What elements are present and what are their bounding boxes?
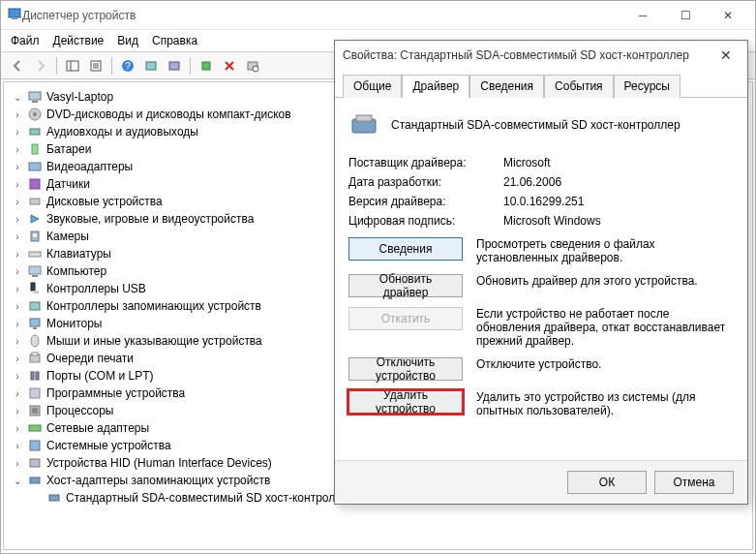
- svg-rect-19: [30, 129, 40, 135]
- properties-button[interactable]: [85, 55, 106, 77]
- enable-button[interactable]: [196, 55, 217, 77]
- uninstall-device-button[interactable]: Удалить устройство: [348, 390, 463, 414]
- device-icon: [348, 109, 379, 140]
- driver-details-desc: Просмотреть сведения о файлах установлен…: [476, 237, 734, 264]
- expand-icon[interactable]: ›: [12, 336, 23, 347]
- tree-node-label: Контроллеры USB: [46, 282, 146, 295]
- expand-icon[interactable]: ›: [12, 319, 23, 329]
- svg-rect-0: [9, 9, 20, 17]
- refresh-button[interactable]: [242, 55, 263, 77]
- svg-rect-42: [29, 425, 41, 431]
- update-driver-desc: Обновить драйвер для этого устройства.: [476, 274, 734, 288]
- device-category-icon: [27, 263, 43, 279]
- svg-rect-21: [29, 163, 41, 170]
- tree-node-label: Очереди печати: [46, 352, 134, 365]
- disable-device-button[interactable]: Отключить устройство: [348, 357, 463, 381]
- show-hide-tree-button[interactable]: [62, 55, 83, 77]
- expand-icon[interactable]: ›: [12, 406, 23, 416]
- expand-icon[interactable]: ›: [12, 441, 23, 451]
- driver-details-button[interactable]: Сведения: [348, 237, 463, 261]
- expand-icon[interactable]: ›: [12, 231, 23, 242]
- expand-icon[interactable]: ›: [12, 127, 23, 138]
- dialog-close-button[interactable]: ✕: [712, 47, 740, 63]
- expand-icon[interactable]: ›: [12, 144, 23, 155]
- svg-rect-45: [30, 477, 40, 483]
- svg-rect-43: [30, 441, 40, 450]
- svg-rect-37: [31, 372, 34, 380]
- window-controls: ─ ☐ ✕: [621, 2, 749, 29]
- tab-details[interactable]: Сведения: [469, 75, 544, 98]
- device-category-icon: [27, 194, 43, 209]
- collapse-icon[interactable]: ⌄: [12, 92, 23, 103]
- menu-help[interactable]: Справка: [152, 34, 197, 47]
- expand-icon[interactable]: ›: [12, 458, 23, 469]
- update-driver-button[interactable]: Обновить драйвер: [348, 274, 463, 297]
- menu-file[interactable]: Файл: [11, 34, 40, 47]
- svg-rect-33: [33, 327, 37, 329]
- scan-button[interactable]: [140, 55, 162, 77]
- tree-node-label: Компьютер: [46, 264, 106, 278]
- tree-subitem-label: Стандартный SDA-совместимый SD хост-конт…: [66, 491, 355, 505]
- device-category-icon: [27, 176, 43, 192]
- tree-node-label: Процессоры: [46, 404, 114, 417]
- forward-button[interactable]: [30, 55, 51, 77]
- tree-node-label: Видеоадаптеры: [46, 160, 133, 173]
- expand-icon[interactable]: ›: [12, 162, 23, 172]
- expand-icon[interactable]: ›: [12, 388, 23, 399]
- tree-node-label: Клавиатуры: [46, 247, 111, 261]
- device-category-icon: [27, 211, 43, 227]
- expand-icon[interactable]: ›: [12, 266, 23, 277]
- tab-driver[interactable]: Драйвер: [402, 75, 469, 98]
- svg-text:?: ?: [125, 61, 131, 72]
- expand-icon[interactable]: ›: [12, 301, 23, 312]
- svg-rect-15: [29, 92, 41, 100]
- expand-icon[interactable]: ›: [12, 214, 23, 225]
- expand-icon[interactable]: ›: [12, 423, 23, 434]
- expand-icon[interactable]: ›: [12, 371, 23, 382]
- close-button[interactable]: ✕: [707, 2, 749, 29]
- svg-rect-22: [30, 179, 40, 189]
- expand-icon[interactable]: ›: [12, 109, 23, 120]
- svg-rect-20: [32, 144, 38, 154]
- menu-action[interactable]: Действие: [53, 34, 105, 47]
- expand-icon[interactable]: ›: [12, 249, 23, 260]
- expand-icon[interactable]: ›: [12, 179, 23, 190]
- svg-rect-23: [30, 199, 40, 204]
- help-button[interactable]: ?: [117, 55, 138, 77]
- tree-node-label: DVD-дисководы и дисководы компакт-дисков: [46, 108, 291, 121]
- properties-dialog: Свойства: Стандартный SDA-совместимый SD…: [334, 40, 748, 505]
- tree-node-label: Звуковые, игровые и видеоустройства: [46, 212, 254, 226]
- tree-node-label: Камеры: [46, 230, 89, 243]
- svg-rect-44: [30, 459, 40, 467]
- expand-icon[interactable]: ›: [12, 197, 23, 207]
- svg-point-34: [31, 335, 39, 347]
- tree-node-label: Аудиовходы и аудиовыходы: [46, 125, 198, 138]
- expand-icon[interactable]: ›: [12, 354, 23, 364]
- menu-view[interactable]: Вид: [117, 34, 138, 47]
- provider-label: Поставщик драйвера:: [348, 156, 503, 169]
- device-category-icon: [27, 298, 43, 314]
- tab-events[interactable]: События: [544, 75, 614, 98]
- tree-node-label: Мыши и иные указывающие устройства: [46, 334, 262, 348]
- cancel-button[interactable]: Отмена: [654, 471, 734, 494]
- collapse-icon[interactable]: ⌄: [12, 476, 23, 486]
- tab-resources[interactable]: Ресурсы: [614, 75, 680, 98]
- expand-icon[interactable]: ›: [12, 284, 23, 294]
- update-driver-button[interactable]: [164, 55, 185, 77]
- svg-rect-28: [32, 275, 38, 277]
- tree-node-label: Хост-адаптеры запоминающих устройств: [46, 474, 270, 487]
- back-button[interactable]: [7, 55, 28, 77]
- minimize-button[interactable]: ─: [621, 2, 664, 29]
- device-icon: [46, 490, 62, 506]
- version-value: 10.0.16299.251: [503, 195, 734, 208]
- dialog-body: Стандартный SDA-совместимый SD хост-конт…: [335, 98, 747, 460]
- signature-label: Цифровая подпись:: [348, 214, 503, 228]
- uninstall-button[interactable]: [219, 55, 240, 77]
- device-category-icon: [27, 159, 43, 174]
- maximize-button[interactable]: ☐: [664, 2, 707, 29]
- app-icon: [7, 6, 22, 24]
- ok-button[interactable]: ОК: [567, 471, 647, 494]
- tab-general[interactable]: Общие: [343, 75, 402, 98]
- tree-node-label: Сетевые адаптеры: [46, 421, 149, 435]
- svg-rect-31: [30, 302, 40, 310]
